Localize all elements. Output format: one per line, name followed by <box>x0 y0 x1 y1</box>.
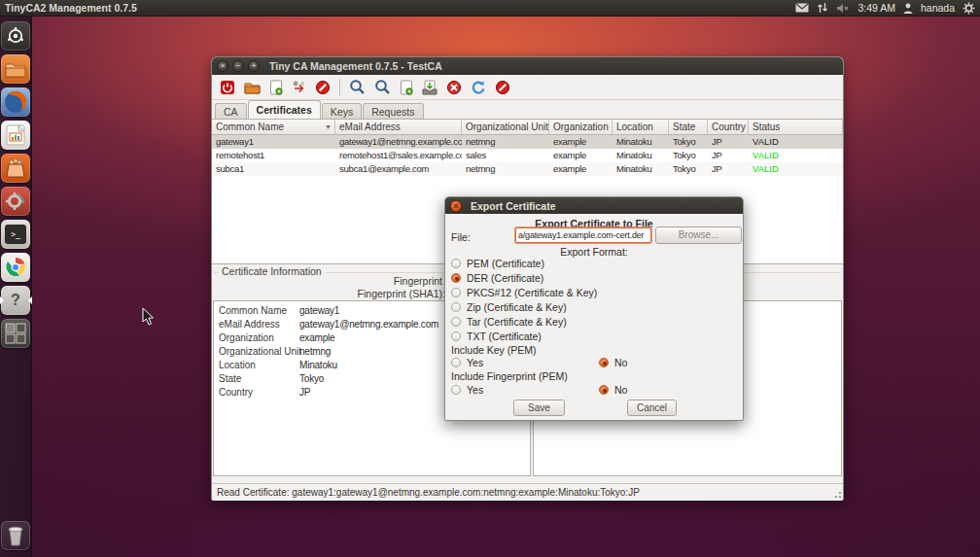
zoom-icon[interactable] <box>349 79 366 95</box>
focused-app-arrow-right <box>28 296 32 304</box>
launcher-dash-home[interactable] <box>1 21 30 51</box>
cell: example <box>549 162 612 176</box>
col-email[interactable]: eMail Address <box>335 120 462 134</box>
include-key-no[interactable]: No <box>599 357 627 368</box>
col-country[interactable]: Country <box>708 120 749 134</box>
tab-ca[interactable]: CA <box>215 103 247 119</box>
include-key-label: Include Key (PEM) <box>451 344 537 356</box>
radio-label: TXT (Certificate) <box>467 331 542 342</box>
dialog-titlebar[interactable]: × Export Certificate <box>445 197 743 214</box>
col-state[interactable]: State <box>669 120 708 134</box>
tab-bar: CA Certificates Keys Requests <box>212 100 843 119</box>
tab-keys[interactable]: Keys <box>322 103 362 119</box>
cell: Tokyo <box>669 135 708 149</box>
window-maximize-icon[interactable]: + <box>248 60 260 72</box>
file-input[interactable] <box>515 227 651 243</box>
block-icon-2[interactable] <box>495 80 510 95</box>
tab-requests[interactable]: Requests <box>363 103 423 119</box>
include-fingerprint-yes[interactable]: Yes <box>451 384 483 396</box>
window-title: Tiny CA Management 0.7.5 - TestCA <box>269 60 442 72</box>
col-location[interactable]: Location <box>612 120 669 134</box>
col-common-name[interactable]: Common Name▼ <box>212 120 335 134</box>
radio-zip[interactable]: Zip (Certificate & Key) <box>451 301 567 313</box>
system-tray: 3:49 AM hanada <box>795 2 975 15</box>
cancel-button[interactable]: Cancel <box>627 400 677 416</box>
field-label: eMail Address <box>214 318 297 331</box>
username[interactable]: hanada <box>921 2 955 14</box>
radio-der[interactable]: DER (Certificate) <box>451 272 543 284</box>
radio-label: Tar (Certificate & Key) <box>467 316 567 328</box>
launcher-tinyca-app-icon[interactable]: ? <box>1 286 30 315</box>
radio-icon <box>451 358 461 367</box>
include-fingerprint-no[interactable]: No <box>599 384 627 396</box>
mail-icon[interactable] <box>795 3 809 13</box>
table-row[interactable]: gateway1 gateway1@netmng.example.com net… <box>212 135 843 149</box>
radio-label: PKCS#12 (Certificate & Key) <box>467 287 597 298</box>
new-file-icon[interactable] <box>269 80 283 95</box>
open-folder-icon[interactable] <box>244 81 261 94</box>
launcher-chromium-icon[interactable] <box>1 253 30 282</box>
launcher-files-icon[interactable] <box>1 54 30 84</box>
mouse-cursor <box>142 307 155 326</box>
cell: Tokyo <box>669 149 708 162</box>
block-icon[interactable] <box>315 80 331 95</box>
radio-label: Yes <box>467 357 483 368</box>
col-org-unit[interactable]: Organizational Unit <box>462 120 549 134</box>
cell: sales <box>462 149 549 162</box>
radio-tar[interactable]: Tar (Certificate & Key) <box>451 316 567 328</box>
radio-icon <box>451 288 461 297</box>
window-minimize-icon[interactable]: − <box>232 60 244 72</box>
col-status[interactable]: Status <box>749 120 843 134</box>
delete-icon[interactable] <box>446 80 462 95</box>
cell: Tokyo <box>669 162 708 176</box>
session-gear-icon[interactable] <box>962 2 975 15</box>
network-icon[interactable] <box>817 2 828 14</box>
radio-selected-icon <box>451 273 461 283</box>
export-format-label: Export Format: <box>445 246 743 258</box>
fingerprint-sha1-label: Fingerprint (SHA1): <box>329 288 445 299</box>
browse-button[interactable]: Browse... <box>655 226 742 244</box>
radio-label: Yes <box>467 384 483 396</box>
refresh-icon[interactable] <box>471 80 486 95</box>
resize-grip[interactable] <box>832 489 841 498</box>
radio-pem[interactable]: PEM (Certificate) <box>451 258 544 269</box>
col-organization[interactable]: Organization <box>549 120 612 134</box>
radio-icon <box>451 385 461 395</box>
cell: example <box>549 135 612 149</box>
cell: Minatoku <box>612 162 669 176</box>
status-cell: VALID <box>749 149 843 162</box>
clock[interactable]: 3:49 AM <box>858 2 895 14</box>
table-row[interactable]: subca1 subca1@example.com netmng example… <box>212 162 843 176</box>
radio-label: PEM (Certificate) <box>467 258 544 269</box>
launcher-terminal-icon[interactable]: >_ <box>1 220 30 249</box>
volume-muted-icon[interactable] <box>836 3 850 14</box>
window-titlebar[interactable]: × − + Tiny CA Management 0.7.5 - TestCA <box>212 57 843 75</box>
field-label: Organization <box>214 331 297 345</box>
tab-certificates[interactable]: Certificates <box>248 100 321 119</box>
field-label: Country <box>214 386 297 400</box>
launcher-impress-icon[interactable] <box>1 121 30 150</box>
radio-label: Zip (Certificate & Key) <box>467 301 567 313</box>
cell: JP <box>708 162 749 176</box>
launcher-software-center-icon[interactable] <box>1 154 30 183</box>
field-label: Common Name <box>214 304 297 318</box>
radio-pkcs12[interactable]: PKCS#12 (Certificate & Key) <box>451 287 597 298</box>
window-close-icon[interactable]: × <box>217 60 228 72</box>
power-icon[interactable] <box>220 80 235 95</box>
table-row[interactable]: remotehost1 remotehost1@sales.example.co… <box>212 149 843 162</box>
toolbar <box>212 75 843 100</box>
radio-txt[interactable]: TXT (Certificate) <box>451 331 542 342</box>
cell: netmng <box>462 162 549 176</box>
launcher-workspace-switcher-icon[interactable] <box>1 319 30 348</box>
zoom-icon-2[interactable] <box>374 79 391 95</box>
save-button[interactable]: Save <box>513 400 565 416</box>
launcher-system-settings-icon[interactable] <box>1 187 30 216</box>
convert-icon[interactable] <box>292 80 306 94</box>
dialog-close-icon[interactable]: × <box>450 200 462 212</box>
new-file-icon-2[interactable] <box>400 80 413 95</box>
launcher-firefox-icon[interactable] <box>1 87 30 117</box>
import-icon[interactable] <box>422 80 438 95</box>
toolbar-separator <box>339 79 340 96</box>
include-key-yes[interactable]: Yes <box>451 357 483 368</box>
launcher-trash-icon[interactable] <box>1 521 30 550</box>
